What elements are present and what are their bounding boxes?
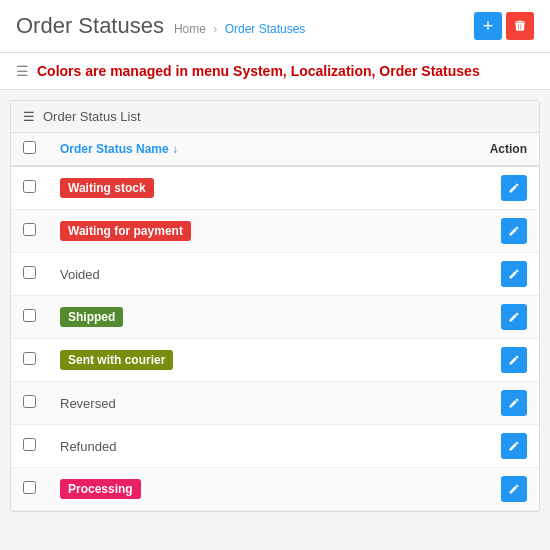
action-cell	[400, 382, 539, 425]
add-button[interactable]: +	[474, 12, 502, 40]
table-row: Sent with courier	[11, 339, 539, 382]
table-header-row: Order Status Name ↓ Action	[11, 133, 539, 166]
edit-icon	[508, 397, 520, 409]
edit-button[interactable]	[501, 304, 527, 330]
table-row: Processing	[11, 468, 539, 511]
row-checkbox[interactable]	[23, 180, 36, 193]
edit-icon	[508, 225, 520, 237]
status-badge: Sent with courier	[60, 350, 173, 370]
row-checkbox-cell	[11, 468, 48, 511]
header-actions: +	[474, 12, 534, 40]
info-banner: ☰ Colors are managed in menu System, Loc…	[0, 53, 550, 90]
select-all-col	[11, 133, 48, 166]
action-cell	[400, 425, 539, 468]
edit-icon	[508, 311, 520, 323]
table-row: Waiting stock	[11, 166, 539, 210]
table-row: Voided	[11, 253, 539, 296]
breadcrumb-separator: ›	[213, 22, 217, 36]
status-name-text: Refunded	[60, 439, 116, 454]
page-header: Order Statuses Home › Order Statuses +	[0, 0, 550, 53]
row-checkbox[interactable]	[23, 309, 36, 322]
action-cell	[400, 210, 539, 253]
name-sort-link[interactable]: Order Status Name ↓	[60, 142, 178, 156]
row-checkbox[interactable]	[23, 266, 36, 279]
table-row: Refunded	[11, 425, 539, 468]
row-checkbox-cell	[11, 296, 48, 339]
name-column-header: Order Status Name ↓	[48, 133, 400, 166]
page-title: Order Statuses	[16, 13, 164, 39]
action-cell	[400, 166, 539, 210]
status-table: Order Status Name ↓ Action Waiting stock…	[11, 133, 539, 511]
status-name-cell: Waiting stock	[48, 166, 400, 210]
table-row: Waiting for payment	[11, 210, 539, 253]
row-checkbox-cell	[11, 339, 48, 382]
status-name-cell: Reversed	[48, 382, 400, 425]
edit-button[interactable]	[501, 175, 527, 201]
row-checkbox[interactable]	[23, 438, 36, 451]
edit-button[interactable]	[501, 476, 527, 502]
edit-button[interactable]	[501, 390, 527, 416]
status-name-cell: Voided	[48, 253, 400, 296]
status-badge: Processing	[60, 479, 141, 499]
panel-heading-title: Order Status List	[43, 109, 141, 124]
panel-heading: ☰ Order Status List	[11, 101, 539, 133]
order-status-panel: ☰ Order Status List Order Status Name ↓ …	[10, 100, 540, 512]
status-table-body: Waiting stockWaiting for paymentVoidedSh…	[11, 166, 539, 511]
status-badge: Shipped	[60, 307, 123, 327]
edit-icon	[508, 440, 520, 452]
edit-button[interactable]	[501, 261, 527, 287]
breadcrumb-current: Order Statuses	[225, 22, 306, 36]
row-checkbox-cell	[11, 382, 48, 425]
status-badge: Waiting for payment	[60, 221, 191, 241]
row-checkbox[interactable]	[23, 481, 36, 494]
row-checkbox-cell	[11, 166, 48, 210]
row-checkbox[interactable]	[23, 395, 36, 408]
edit-icon	[508, 354, 520, 366]
status-name-cell: Refunded	[48, 425, 400, 468]
status-badge: Waiting stock	[60, 178, 154, 198]
edit-button[interactable]	[501, 218, 527, 244]
title-area: Order Statuses Home › Order Statuses	[16, 13, 305, 39]
trash-icon	[513, 19, 527, 33]
edit-icon	[508, 268, 520, 280]
row-checkbox-cell	[11, 210, 48, 253]
edit-icon	[508, 483, 520, 495]
edit-icon	[508, 182, 520, 194]
breadcrumb-home[interactable]: Home	[174, 22, 206, 36]
status-name-cell: Waiting for payment	[48, 210, 400, 253]
row-checkbox[interactable]	[23, 352, 36, 365]
status-name-text: Voided	[60, 267, 100, 282]
action-cell	[400, 468, 539, 511]
breadcrumb: Home › Order Statuses	[174, 22, 305, 36]
status-name-cell: Processing	[48, 468, 400, 511]
info-banner-text: Colors are managed in menu System, Local…	[37, 63, 480, 79]
status-name-text: Reversed	[60, 396, 116, 411]
row-checkbox[interactable]	[23, 223, 36, 236]
status-name-cell: Sent with courier	[48, 339, 400, 382]
table-row: Reversed	[11, 382, 539, 425]
status-name-cell: Shipped	[48, 296, 400, 339]
list-icon: ☰	[16, 63, 29, 79]
action-column-header: Action	[400, 133, 539, 166]
panel-heading-icon: ☰	[23, 109, 35, 124]
row-checkbox-cell	[11, 253, 48, 296]
action-cell	[400, 253, 539, 296]
edit-button[interactable]	[501, 433, 527, 459]
select-all-checkbox[interactable]	[23, 141, 36, 154]
action-cell	[400, 296, 539, 339]
bulk-delete-button[interactable]	[506, 12, 534, 40]
table-row: Shipped	[11, 296, 539, 339]
action-cell	[400, 339, 539, 382]
edit-button[interactable]	[501, 347, 527, 373]
row-checkbox-cell	[11, 425, 48, 468]
